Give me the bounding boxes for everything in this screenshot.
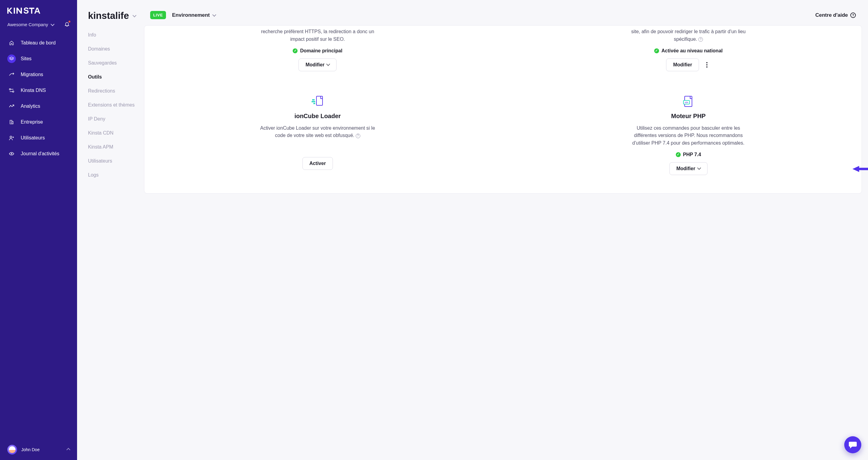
help-icon[interactable]: ? xyxy=(356,134,360,138)
tool-description: Utilisez ces commandes pour basculer ent… xyxy=(630,125,746,147)
notification-dot-icon xyxy=(68,21,70,23)
subnav-info[interactable]: Info xyxy=(88,32,144,38)
subnav-redirects[interactable]: Redirections xyxy=(88,88,144,94)
chevron-down-icon xyxy=(213,12,216,18)
svg-marker-3 xyxy=(29,8,34,14)
site-switcher[interactable] xyxy=(133,13,136,19)
tool-description: Activer ionCube Loader sur votre environ… xyxy=(260,125,375,140)
tool-description: recherche préfèrent HTTPS, la redirectio… xyxy=(260,28,375,43)
company-switcher[interactable]: Awesome Company xyxy=(7,22,54,27)
user-name: John Doe xyxy=(21,447,63,452)
tools-panel: recherche préfèrent HTTPS, la redirectio… xyxy=(144,25,862,194)
site-subnav-column: kinstalife Info Domaines Sauvegardes Out… xyxy=(77,0,144,460)
ioncube-activate-button[interactable]: Activer xyxy=(303,157,333,170)
geoip-modify-button[interactable]: Modifier xyxy=(666,59,699,71)
notifications-bell[interactable] xyxy=(64,21,70,28)
tool-description: site, afin de pouvoir rediriger le trafi… xyxy=(630,28,746,43)
https-modify-button[interactable]: Modifier xyxy=(299,59,337,71)
environment-label: Environnement xyxy=(172,12,210,18)
environment-dropdown[interactable]: Environnement xyxy=(172,12,216,18)
avatar-icon xyxy=(7,445,17,455)
layers-icon xyxy=(7,55,16,63)
home-icon xyxy=(7,39,16,47)
subnav-backups[interactable]: Sauvegardes xyxy=(88,60,144,66)
chevron-down-icon xyxy=(698,167,701,171)
user-plus-icon xyxy=(7,134,16,142)
nav-users[interactable]: Utilisateurs xyxy=(2,131,74,145)
nav-activity[interactable]: Journal d'activités xyxy=(2,146,74,161)
subnav-plugins[interactable]: Extensions et thèmes xyxy=(88,102,144,108)
subnav-domains[interactable]: Domaines xyxy=(88,46,144,52)
building-icon xyxy=(7,118,16,126)
help-icon[interactable]: ? xyxy=(699,37,703,42)
nav-dashboard[interactable]: Tableau de bord xyxy=(2,36,74,50)
nav-label: Analytics xyxy=(21,103,40,109)
annotation-arrow-icon xyxy=(852,165,868,173)
chevron-down-icon xyxy=(327,63,330,67)
nav-label: Utilisateurs xyxy=(21,135,45,141)
svg-point-5 xyxy=(9,89,11,90)
subnav-users[interactable]: Utilisateurs xyxy=(88,158,144,164)
nav-label: Sites xyxy=(21,56,32,62)
subnav-cdn[interactable]: Kinsta CDN xyxy=(88,130,144,136)
svg-rect-14 xyxy=(313,103,315,104)
svg-marker-19 xyxy=(852,166,859,172)
analytics-icon xyxy=(7,102,16,110)
chat-launcher[interactable] xyxy=(844,436,861,453)
topbar: LIVE Environnement Centre d'aide ? xyxy=(144,0,868,25)
svg-marker-4 xyxy=(9,57,13,59)
tool-php-engine: </> Moteur PHP Utilisez ces commandes po… xyxy=(527,96,850,175)
help-label: Centre d'aide xyxy=(815,12,848,18)
brand-logo[interactable] xyxy=(0,7,77,21)
file-code-icon xyxy=(310,96,325,108)
check-circle-icon: ✓ xyxy=(654,48,659,53)
svg-rect-13 xyxy=(312,101,315,102)
tool-geoip: site, afin de pouvoir rediriger le trafi… xyxy=(527,28,850,71)
nav-label: Kinsta DNS xyxy=(21,88,46,93)
subnav-ipdeny[interactable]: IP Deny xyxy=(88,116,144,122)
tool-status: ✓ Domaine principal xyxy=(293,48,342,54)
tool-status: ✓ Activée au niveau national xyxy=(654,48,723,54)
site-subnav: Info Domaines Sauvegardes Outils Redirec… xyxy=(77,32,144,178)
svg-rect-1 xyxy=(14,8,15,14)
svg-rect-11 xyxy=(316,96,322,105)
chevron-up-icon xyxy=(67,447,70,452)
subnav-tools[interactable]: Outils xyxy=(88,74,144,80)
php-modify-button[interactable]: Modifier xyxy=(670,162,708,175)
tool-title: ionCube Loader xyxy=(294,112,341,120)
chat-icon xyxy=(848,441,857,449)
migrate-icon xyxy=(7,70,16,79)
env-live-badge: LIVE xyxy=(150,11,166,19)
nav-analytics[interactable]: Analytics xyxy=(2,99,74,113)
tool-title: Moteur PHP xyxy=(671,112,706,120)
nav-migrations[interactable]: Migrations xyxy=(2,67,74,82)
tool-status: ✓ PHP 7.4 xyxy=(676,152,701,157)
subnav-logs[interactable]: Logs xyxy=(88,172,144,178)
nav-company[interactable]: Entreprise xyxy=(2,115,74,129)
main-content: LIVE Environnement Centre d'aide ? reche… xyxy=(144,0,868,460)
svg-rect-8 xyxy=(12,122,13,124)
nav-dns[interactable]: Kinsta DNS xyxy=(2,83,74,98)
nav-label: Migrations xyxy=(21,72,43,77)
eye-icon xyxy=(7,150,16,158)
primary-nav: Tableau de bord Sites Migrations Kinsta … xyxy=(0,36,77,161)
dns-icon xyxy=(7,86,16,95)
geoip-more-menu[interactable] xyxy=(703,61,711,68)
check-circle-icon: ✓ xyxy=(676,152,681,157)
subnav-apm[interactable]: Kinsta APM xyxy=(88,144,144,150)
nav-label: Tableau de bord xyxy=(21,40,56,46)
svg-marker-2 xyxy=(17,8,22,14)
nav-sites[interactable]: Sites xyxy=(2,52,74,66)
file-php-icon: </> xyxy=(681,96,695,108)
help-center-link[interactable]: Centre d'aide ? xyxy=(815,12,856,18)
company-name: Awesome Company xyxy=(7,22,48,27)
svg-point-9 xyxy=(10,136,12,138)
site-title: kinstalife xyxy=(88,10,129,21)
current-user[interactable]: John Doe xyxy=(0,439,77,460)
svg-text:</>: </> xyxy=(685,101,688,104)
svg-point-10 xyxy=(11,154,12,154)
chevron-down-icon xyxy=(51,22,54,27)
svg-rect-12 xyxy=(312,99,315,100)
svg-marker-0 xyxy=(7,8,12,14)
help-icon: ? xyxy=(850,12,856,18)
